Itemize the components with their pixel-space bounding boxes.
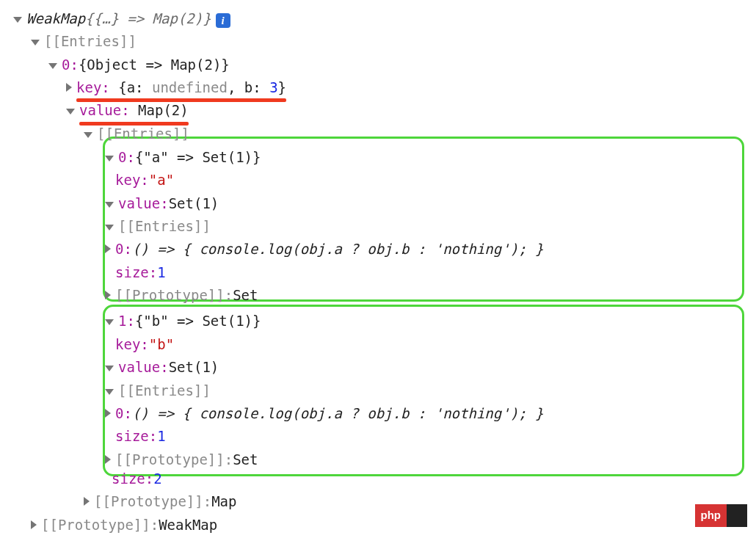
entry-summary: {Object => Map(2)} xyxy=(79,54,230,76)
weakmap-root[interactable]: WeakMap {{…} => Map(2)} i xyxy=(13,7,749,30)
proto-value: Map xyxy=(211,490,236,513)
key-label: key: xyxy=(115,169,149,192)
set-entries[interactable]: [[Entries]] xyxy=(105,379,739,402)
value-label: value: xyxy=(79,102,138,118)
entry-0-key[interactable]: key: {a: undefined, b: 3} xyxy=(13,76,749,99)
toggle-icon[interactable] xyxy=(31,40,40,46)
internal-slot: [[Entries]] xyxy=(44,30,137,53)
proto-value: Set xyxy=(233,284,258,307)
entry-0-value[interactable]: value: Map(2) xyxy=(13,99,749,122)
size-label: size: xyxy=(115,425,157,448)
entry-0[interactable]: 0: {Object => Map(2)} xyxy=(13,54,749,76)
function-body: () => { console.log(obj.a ? obj.b : 'not… xyxy=(132,238,544,261)
internal-slot: [[Entries]] xyxy=(118,379,211,402)
toggle-icon[interactable] xyxy=(84,132,92,138)
highlight-box-0: 0: {"a" => Set(1)} key: "a" value: Set(1… xyxy=(103,137,744,302)
key-value: "a" xyxy=(149,169,174,192)
key-underlined: key: {a: undefined, b: 3} xyxy=(76,76,286,99)
map-entry-1-value[interactable]: value: Set(1) xyxy=(105,356,739,379)
proto-value: Set xyxy=(233,448,258,471)
toggle-icon[interactable] xyxy=(105,389,114,395)
size-value: 1 xyxy=(157,425,165,448)
toggle-icon[interactable] xyxy=(105,244,111,253)
entry-summary: {"a" => Set(1)} xyxy=(135,146,261,169)
map-entry-1[interactable]: 1: {"b" => Set(1)} xyxy=(105,310,739,332)
key-label: key: xyxy=(76,79,118,95)
key-value: {a: undefined, b: 3} xyxy=(118,79,286,95)
toggle-icon[interactable] xyxy=(66,109,75,114)
size-value: 2 xyxy=(153,468,161,490)
watermark-left: php xyxy=(695,504,727,527)
key-label: key: xyxy=(115,333,149,356)
watermark-badge: php xyxy=(695,504,748,527)
internal-slot: [[Entries]] xyxy=(118,215,211,238)
entry-index: 0: xyxy=(118,146,135,169)
value-label: value: xyxy=(118,192,169,215)
value-underlined: value: Map(2) xyxy=(79,99,189,122)
proto-label: [[Prototype]]: xyxy=(41,514,159,537)
entry-index: 0: xyxy=(62,54,79,76)
set-entry-0[interactable]: 0: () => { console.log(obj.a ? obj.b : '… xyxy=(105,402,739,425)
value-label: value: xyxy=(118,356,169,379)
proto-label: [[Prototype]]: xyxy=(115,284,233,307)
entries-section[interactable]: [[Entries]] xyxy=(13,30,749,53)
toggle-icon[interactable] xyxy=(31,520,37,529)
toggle-icon[interactable] xyxy=(84,497,90,506)
map-entry-0[interactable]: 0: {"a" => Set(1)} xyxy=(105,146,739,169)
size-label: size: xyxy=(112,468,153,490)
toggle-icon[interactable] xyxy=(13,17,22,23)
entry-index: 0: xyxy=(115,238,132,261)
entry-summary: {"b" => Set(1)} xyxy=(135,310,261,332)
size-value: 1 xyxy=(157,261,165,284)
set-entries[interactable]: [[Entries]] xyxy=(105,215,739,238)
function-body: () => { console.log(obj.a ? obj.b : 'not… xyxy=(132,402,544,425)
set-proto[interactable]: [[Prototype]]: Set xyxy=(105,284,739,307)
toggle-icon[interactable] xyxy=(105,455,111,464)
set-size: size: 1 xyxy=(105,425,739,448)
entry-index: 1: xyxy=(118,310,135,332)
value-summary: Set(1) xyxy=(169,192,219,215)
key-value: "b" xyxy=(149,333,174,356)
map-entry-1-key: key: "b" xyxy=(105,333,739,356)
set-entry-0[interactable]: 0: () => { console.log(obj.a ? obj.b : '… xyxy=(105,238,739,261)
entry-index: 0: xyxy=(115,402,132,425)
value-summary: Set(1) xyxy=(169,356,219,379)
toggle-icon[interactable] xyxy=(105,319,114,325)
value-summary: Map(2) xyxy=(138,102,189,118)
map-proto[interactable]: [[Prototype]]: Map xyxy=(13,490,749,513)
map-size: size: 2 xyxy=(13,468,749,490)
red-underline-icon xyxy=(79,122,189,126)
proto-label: [[Prototype]]: xyxy=(94,490,211,513)
watermark-right xyxy=(727,504,747,527)
set-size: size: 1 xyxy=(105,261,739,284)
toggle-icon[interactable] xyxy=(105,291,111,299)
weakmap-proto[interactable]: [[Prototype]]: WeakMap xyxy=(13,514,749,537)
proto-value: WeakMap xyxy=(159,514,217,537)
size-label: size: xyxy=(115,261,157,284)
map-entry-0-value[interactable]: value: Set(1) xyxy=(105,192,739,215)
toggle-icon[interactable] xyxy=(48,63,57,69)
toggle-icon[interactable] xyxy=(66,83,72,92)
toggle-icon[interactable] xyxy=(105,409,111,418)
toggle-icon[interactable] xyxy=(105,156,114,161)
object-type: WeakMap xyxy=(26,7,85,30)
toggle-icon[interactable] xyxy=(105,366,114,371)
internal-slot: [[Entries]] xyxy=(97,123,189,145)
highlight-box-1: 1: {"b" => Set(1)} key: "b" value: Set(1… xyxy=(103,305,744,476)
toggle-icon[interactable] xyxy=(105,225,114,230)
toggle-icon[interactable] xyxy=(105,202,114,208)
object-summary: {{…} => Map(2)} xyxy=(85,7,211,30)
map-entry-0-key: key: "a" xyxy=(105,169,739,192)
info-icon[interactable]: i xyxy=(216,13,230,28)
